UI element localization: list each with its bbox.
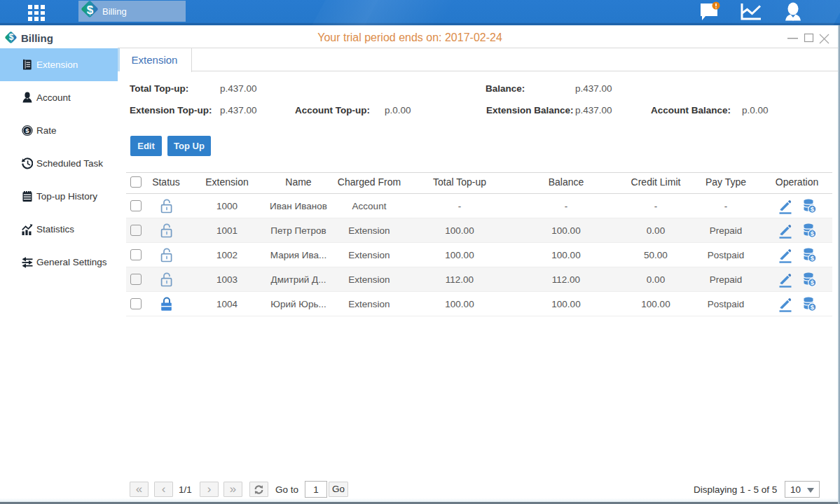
svg-text:$: $ bbox=[811, 254, 815, 262]
svg-text:$: $ bbox=[25, 127, 29, 134]
svg-text:$: $ bbox=[811, 279, 815, 286]
svg-text:$: $ bbox=[811, 205, 815, 213]
svg-text:$: $ bbox=[811, 230, 815, 237]
svg-text:$: $ bbox=[811, 303, 815, 311]
